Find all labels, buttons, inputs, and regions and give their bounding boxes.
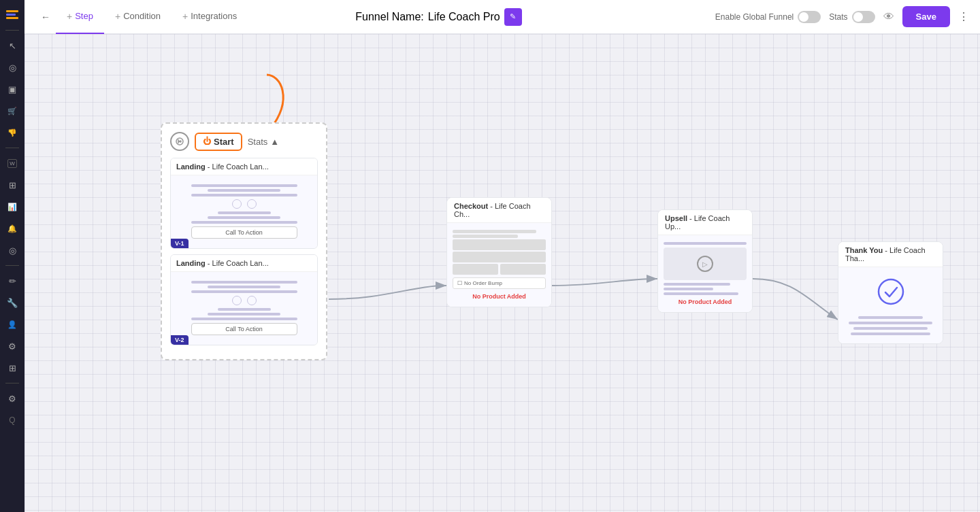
upsell-no-product: No Product Added (664, 297, 747, 307)
preview-circle (232, 199, 242, 209)
stats-toggle-label: Stats (829, 12, 847, 22)
checkout-form-row (453, 252, 546, 262)
preview-icon[interactable]: 👁 (883, 11, 894, 23)
preview-line (858, 316, 924, 319)
settings-icon[interactable]: ⚙ (3, 337, 22, 356)
global-funnel-toggle[interactable] (798, 11, 821, 23)
sidebar-divider-3 (5, 265, 19, 266)
preview-line (218, 308, 271, 311)
landing-type-1: Landing (176, 163, 206, 171)
preview-line (851, 332, 930, 335)
thumbsdown-icon[interactable]: 👎 (3, 123, 22, 142)
start-power-icon: ⏻ (203, 137, 211, 146)
thankyou-header: Thank You - Life Coach Tha... (838, 242, 943, 267)
badge-icon[interactable]: ◎ (3, 241, 22, 260)
svg-rect-2 (6, 17, 18, 19)
more-options-button[interactable]: ⋮ (958, 10, 969, 23)
main-content: ← + Step + Condition + Integrations Funn… (24, 0, 980, 512)
start-stats-label: Stats (248, 137, 268, 147)
cart-icon[interactable]: 🛒 (3, 101, 22, 120)
preview-line (191, 184, 297, 187)
upsell-header: Upsell - Life Coach Up... (658, 210, 752, 235)
wrench-icon[interactable]: 🔧 (3, 293, 22, 312)
stats-toggle[interactable] (852, 11, 875, 23)
start-button[interactable]: ⏻ Start (195, 133, 242, 151)
checkout-card[interactable]: Checkout - Life Coach Ch... (446, 197, 552, 307)
gear-icon[interactable]: ⚙ (3, 389, 22, 408)
checkout-dash: - (490, 202, 495, 210)
grid-icon[interactable]: ⊞ (3, 358, 22, 377)
version-badge-2: V-2 (171, 335, 189, 345)
topbar: ← + Step + Condition + Integrations Funn… (24, 0, 980, 34)
layers-icon[interactable]: ▣ (3, 80, 22, 99)
landing-card-1-header: Landing - Life Coach Lan... (171, 158, 317, 175)
preview-circles-2 (178, 296, 310, 305)
preview-line (664, 242, 747, 245)
landing-card-2[interactable]: Landing - Life Coach Lan... (170, 254, 318, 345)
landing-type-2: Landing (176, 259, 206, 267)
preview-line (208, 189, 280, 192)
funnel-name-value: Life Coach Pro (428, 11, 500, 23)
landing-dash-1: - (208, 163, 212, 171)
tab-step-plus: + (67, 11, 72, 22)
table-icon[interactable]: ⊞ (3, 175, 22, 194)
global-funnel-toggle-group: Enable Global Funnel (715, 11, 821, 23)
back-button[interactable]: ← (35, 7, 56, 27)
preview-line (208, 313, 280, 315)
landing-card-1[interactable]: Landing - Life Coach Lan... (170, 158, 318, 249)
stats-chevron-icon: ▲ (270, 137, 279, 147)
preview-line (664, 288, 713, 290)
no-order-bump: ☐ No Order Bump (453, 277, 546, 289)
chart-icon[interactable]: 📊 (3, 197, 22, 216)
person-icon[interactable]: 👤 (3, 315, 22, 334)
brush-icon[interactable]: ✏ (3, 271, 22, 290)
sidebar-divider-1 (5, 30, 19, 31)
tab-integrations-plus: + (182, 11, 188, 22)
tab-condition-label: Condition (123, 11, 161, 21)
funnel-name-section: Funnel Name: Life Coach Pro ✎ (355, 8, 521, 26)
preview-line (218, 211, 271, 214)
checkout-form-half (500, 264, 546, 275)
target-icon[interactable]: ◎ (3, 58, 22, 77)
landing-name-2: Life Coach Lan... (212, 259, 269, 267)
preview-line (191, 281, 297, 284)
start-stats[interactable]: Stats ▲ (248, 137, 280, 147)
preview-line (191, 290, 297, 293)
landing-1-preview: Call To Action (175, 180, 313, 244)
sidebar-logo-icon[interactable] (3, 5, 22, 24)
svg-rect-0 (6, 10, 18, 12)
woo-icon[interactable]: W (3, 154, 22, 173)
checkout-type: Checkout (454, 202, 488, 210)
preview-circle (247, 296, 257, 305)
upsell-card[interactable]: Upsell - Life Coach Up... ▷ No Product A… (657, 209, 753, 313)
preview-line (453, 230, 536, 233)
preview-line (208, 286, 280, 288)
checkout-form-half (453, 264, 498, 275)
funnel-name-edit-button[interactable]: ✎ (504, 8, 522, 26)
sidebar-divider-4 (5, 383, 19, 383)
search-q-icon[interactable]: Q (3, 411, 22, 430)
preview-circles (178, 199, 310, 209)
landing-card-2-header: Landing - Life Coach Lan... (171, 255, 317, 272)
preview-line (208, 216, 280, 219)
landing-cta-1: Call To Action (191, 226, 297, 239)
landing-name-1: Life Coach Lan... (212, 163, 269, 171)
funnel-name-label: Funnel Name: (355, 11, 424, 23)
sidebar-divider-2 (5, 148, 19, 148)
thankyou-card[interactable]: Thank You - Life Coach Tha... (838, 241, 943, 344)
start-header: ⏻ Start Stats ▲ (170, 132, 318, 151)
save-button[interactable]: Save (902, 6, 950, 27)
bell-icon[interactable]: 🔔 (3, 219, 22, 238)
tab-step-label: Step (75, 11, 93, 21)
upsell-video-thumb: ▷ (664, 248, 747, 280)
start-btn-label: Start (214, 137, 234, 147)
cursor-icon[interactable]: ↖ (3, 36, 22, 55)
tab-condition[interactable]: + Condition (104, 0, 172, 34)
thankyou-content (838, 267, 943, 343)
tab-integrations[interactable]: + Integrations (172, 0, 248, 34)
tab-integrations-label: Integrations (191, 11, 237, 21)
thankyou-type: Thank You (845, 246, 883, 254)
preview-line (191, 318, 297, 320)
checkout-content: ☐ No Order Bump No Product Added (447, 223, 551, 307)
tab-step[interactable]: + Step (56, 0, 104, 34)
